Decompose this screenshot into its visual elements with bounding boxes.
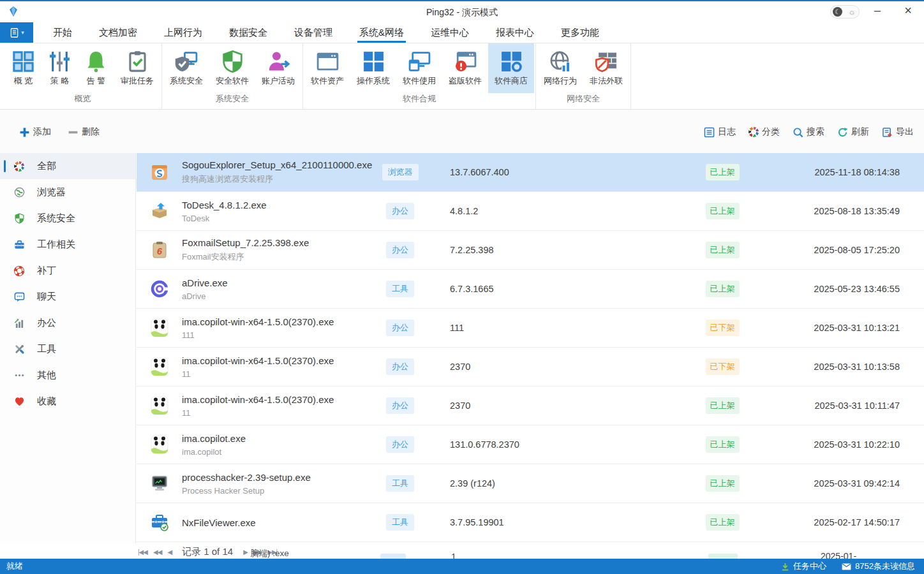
tab-report-center[interactable]: 报表中心 [482,22,548,43]
row-description: 11 [182,408,334,418]
ribbon-button-approval-tasks[interactable]: 审批任务 [114,43,160,93]
ribbon-button-network-behavior[interactable]: 网络行为 [537,43,583,93]
category-badge: 办公 [386,397,414,414]
table-row[interactable]: SogouExplorer_Setup_x64_2100110000.exe搜狗… [137,153,924,192]
tab-web-behavior[interactable]: 上网行为 [151,22,216,43]
category-badge: 浏览器 [382,164,419,180]
row-version: 4.8.1.2 [450,206,478,216]
shield-green-icon [13,213,26,224]
category-badge: 工具 [386,475,414,492]
page-first-button[interactable]: |◀◀ [138,548,147,556]
row-category: 办公 [373,203,427,219]
ribbon-button-account-activity[interactable]: 账户活动 [255,43,301,93]
ribbon-group: 概 览策 略告 警审批任务概览 [4,43,162,109]
tab-doc-encrypt[interactable]: 文档加密 [86,22,151,43]
globe-chart-icon [549,48,572,74]
sidebar-item-browser[interactable]: 浏览器 [0,179,135,205]
page-next-button[interactable]: ▶ [243,548,248,556]
table-row[interactable]: ima.copilot-win-x64-1.5.0(2370).exe11办公2… [137,348,924,386]
sidebar-item-patch[interactable]: 补丁 [0,258,135,284]
task-center-button[interactable]: 任务中心 [781,561,826,572]
sidebar-item-other[interactable]: 其他 [0,362,135,388]
log-button[interactable]: 日志 [704,126,736,138]
panda-app-icon [150,396,169,415]
row-category: 办公 [373,397,427,414]
ribbon-button-alert[interactable]: 告 警 [78,43,114,93]
ribbon-button-illegal-connection[interactable]: 非法外联 [583,43,629,93]
sidebar-item-system-security[interactable]: 系统安全 [0,205,135,232]
row-status: 已上架 [696,203,749,219]
ribbon-button-software-store[interactable]: 软件商店 [488,43,534,93]
row-category: 工具 [373,514,427,531]
menu-tabs: 开始文档加密上网行为数据安全设备管理系统&网络运维中心报表中心更多功能 [40,22,613,43]
os-grid-icon [362,48,385,74]
delete-button[interactable]: 删除 [68,126,100,138]
tab-system-network[interactable]: 系统&网络 [346,22,417,43]
row-name-block: FoxmailSetup_7.2.25.398.exeFoxmail安装程序 [182,237,309,263]
statusbar: 就绪 任务中心 8752条未读信息 [0,559,924,574]
dark-mode-icon[interactable]: ☾ [833,7,842,17]
row-filename: ima.copilot-win-x64-1.5.0(2370).exe [182,394,334,405]
status-badge: 已上架 [706,397,740,414]
table-row[interactable]: 6FoxmailSetup_7.2.25.398.exeFoxmail安装程序办… [137,231,924,270]
row-category: 工具 [373,281,427,297]
page-prev-button[interactable]: ◀ [167,548,172,556]
ribbon-button-pirated-software[interactable]: 盗版软件 [442,43,488,93]
table-row[interactable]: ima.copilot-win-x64-1.5.0(2370).exe111办公… [137,309,924,348]
category-badge: 办公 [386,358,414,375]
ribbon-button-system-security[interactable]: 系统安全 [163,43,209,93]
table-row[interactable]: ima.copilot.exeima.copilot办公131.0.6778.2… [137,425,924,464]
panda-app-icon [150,435,169,454]
row-version: 3.7.95.19901 [450,517,504,527]
category-button[interactable]: 分类 [749,126,780,138]
table-row[interactable]: ima.copilot-win-x64-1.5.0(2370).exe11办公2… [137,386,924,425]
table-row[interactable]: ToDesk_4.8.1.2.exeToDesk办公4.8.1.2已上架2025… [137,192,924,231]
monitor-usage-icon [408,48,431,74]
ribbon-group: 网络行为非法外联网络安全 [536,43,631,109]
ribbon-button-software-assets[interactable]: 软件资产 [304,43,350,93]
ribbon-button-software-usage[interactable]: 软件使用 [396,43,442,93]
row-description: Process Hacker Setup [182,486,311,496]
search-button[interactable]: 搜索 [793,126,824,138]
row-description: 11 [182,369,334,379]
export-button[interactable]: 导出 [882,126,914,138]
page-prev-group-button[interactable]: ◀◀ [153,548,161,556]
close-button[interactable]: × [898,3,918,18]
sidebar-item-office[interactable]: 办公 [0,310,135,336]
table-row[interactable]: aDrive.exeaDrive工具6.7.3.1665已上架2025-05-2… [137,270,924,309]
ribbon-button-policy[interactable]: 策 略 [41,43,78,93]
unread-messages-button[interactable]: 8752条未读信息 [842,561,915,572]
sidebar-item-work-related[interactable]: 工作相关 [0,232,135,258]
ribbon-button-security-software[interactable]: 安全软件 [209,43,255,93]
row-name-block: ima.copilot-win-x64-1.5.0(2370).exe11 [182,394,334,418]
sidebar-item-chat[interactable]: 聊天 [0,284,135,310]
row-date: 2025-03-31 10:13:21 [814,323,900,333]
partial-row-version: 1 [451,552,456,559]
sidebar-item-all[interactable]: 全部 [0,153,135,179]
sidebar: 全部浏览器系统安全工作相关补丁聊天办公工具其他收藏 [0,153,136,543]
row-filename: FoxmailSetup_7.2.25.398.exe [182,237,309,248]
tab-ops-center[interactable]: 运维中心 [417,22,482,43]
lifebuoy-icon [13,266,26,276]
refresh-button[interactable]: 刷新 [837,126,869,138]
tab-start[interactable]: 开始 [40,22,86,43]
add-button[interactable]: 添加 [19,126,51,138]
ribbon-group-label: 网络安全 [537,93,629,109]
page-record-text: 记录 1 of 14 [182,546,233,558]
sidebar-item-favorites[interactable]: 收藏 [0,388,135,415]
light-mode-icon[interactable]: ☼ [848,7,856,17]
sidebar-item-tools[interactable]: 工具 [0,336,135,362]
minimize-button[interactable]: – [868,4,887,17]
theme-toggle[interactable]: ☾ ☼ [830,5,860,18]
app-menu-button[interactable] [0,22,33,43]
ribbon-button-overview[interactable]: 概 览 [5,43,41,93]
row-category: 办公 [373,436,427,453]
tab-data-security[interactable]: 数据安全 [216,22,281,43]
table-row[interactable]: processhacker-2.39-setup.exeProcess Hack… [137,464,924,503]
table-row[interactable]: NxFileViewer.exe工具3.7.95.19901已上架2025-02… [137,503,924,542]
tab-more-features[interactable]: 更多功能 [548,22,613,43]
row-description: ToDesk [182,214,267,223]
tab-device-mgmt[interactable]: 设备管理 [281,22,346,43]
ribbon-button-operating-system[interactable]: 操作系统 [350,43,396,93]
ribbon: 概 览策 略告 警审批任务概览系统安全安全软件账户活动系统安全软件资产操作系统软… [0,43,924,110]
